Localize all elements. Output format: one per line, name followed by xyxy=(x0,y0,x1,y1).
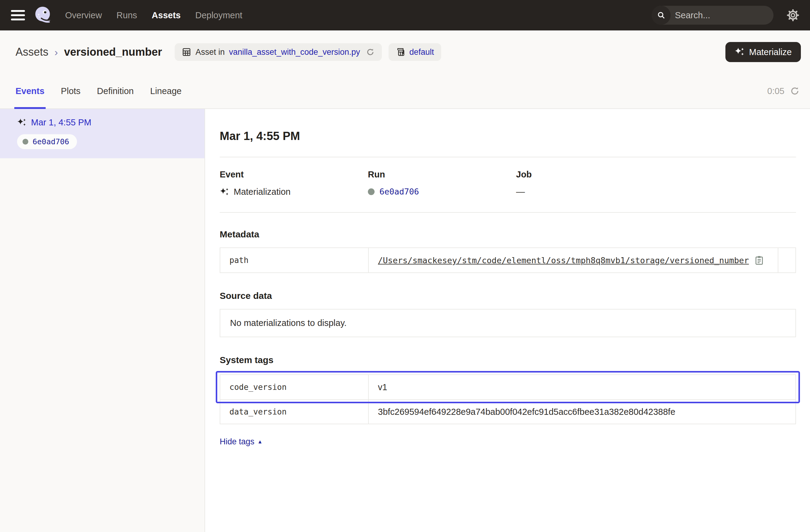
tab-plots[interactable]: Plots xyxy=(61,74,80,108)
table-row: path /Users/smackesey/stm/code/elementl/… xyxy=(220,248,795,272)
search-icon[interactable] xyxy=(652,6,671,25)
copy-clipboard-icon[interactable] xyxy=(754,255,764,265)
page-title: versioned_number xyxy=(64,46,162,59)
event-column: Event Materialization xyxy=(220,170,368,197)
tag-key: code_version xyxy=(220,375,369,399)
reload-definition-icon[interactable] xyxy=(366,48,375,56)
nav-item-overview[interactable]: Overview xyxy=(65,10,102,20)
tab-definition[interactable]: Definition xyxy=(97,74,134,108)
metadata-table: path /Users/smackesey/stm/code/elementl/… xyxy=(220,247,796,273)
breadcrumb-assets-link[interactable]: Assets xyxy=(16,46,48,59)
tag-value: v1 xyxy=(378,382,387,392)
system-tags-table: code_version v1 data_version 3bfc269594e… xyxy=(220,374,796,424)
tab-lineage[interactable]: Lineage xyxy=(150,74,182,108)
asset-tabs: Events Plots Definition Lineage xyxy=(16,74,182,108)
content-area: Mar 1, 4:55 PM 6e0ad706 Mar 1, 4:55 PM E… xyxy=(0,109,810,532)
search-input[interactable] xyxy=(671,10,774,20)
source-data-empty-message: No materializations to display. xyxy=(220,309,796,337)
run-id-link[interactable]: 6e0ad706 xyxy=(379,187,419,196)
nav-item-deployment[interactable]: Deployment xyxy=(195,10,243,20)
table-row-data-version: data_version 3bfc269594ef649228e9a74bab0… xyxy=(220,399,795,424)
run-status-dot xyxy=(368,188,375,195)
metadata-actions-cell xyxy=(778,248,795,272)
refresh-status: 0:05 xyxy=(767,74,800,108)
run-column: Run 6e0ad706 xyxy=(368,170,516,197)
settings-gear-icon[interactable] xyxy=(787,9,799,21)
job-empty-value: — xyxy=(516,187,525,197)
tag-key: data_version xyxy=(220,400,369,424)
search-bar[interactable]: / xyxy=(652,6,774,25)
event-type-value: Materialization xyxy=(234,187,291,197)
caret-up-icon: ▲ xyxy=(257,439,263,444)
top-nav: Overview Runs Assets Deployment xyxy=(65,10,242,20)
divider xyxy=(220,212,796,213)
metadata-key: path xyxy=(220,248,369,272)
materialization-sparkle-icon xyxy=(17,118,26,127)
dagster-logo-icon[interactable] xyxy=(33,5,53,25)
refresh-countdown: 0:05 xyxy=(767,86,784,96)
materialize-button[interactable]: Materialize xyxy=(725,42,801,62)
asset-group-link[interactable]: default xyxy=(409,47,434,57)
app-header: Overview Runs Assets Deployment / xyxy=(0,0,810,30)
nav-item-runs[interactable]: Runs xyxy=(116,10,137,20)
breadcrumb-row: Assets › versioned_number Asset in vanil… xyxy=(0,30,810,74)
table-row-code-version: code_version v1 xyxy=(220,375,795,399)
asset-definition-chip: Asset in vanilla_asset_with_code_version… xyxy=(175,43,382,61)
run-column-label: Run xyxy=(368,170,516,180)
nav-item-assets[interactable]: Assets xyxy=(152,10,181,20)
event-detail-title: Mar 1, 4:55 PM xyxy=(220,130,796,143)
run-id-label: 6e0ad706 xyxy=(33,137,69,146)
metadata-heading: Metadata xyxy=(220,229,796,240)
breadcrumb-separator: › xyxy=(54,47,58,57)
asset-definition-file-link[interactable]: vanilla_asset_with_code_version.py xyxy=(229,47,360,57)
event-column-label: Event xyxy=(220,170,368,180)
event-list-item-selected[interactable]: Mar 1, 4:55 PM 6e0ad706 xyxy=(0,109,205,158)
asset-group-icon xyxy=(396,47,405,57)
asset-definition-prefix: Asset in xyxy=(195,47,225,57)
source-data-heading: Source data xyxy=(220,291,796,301)
tabs-row: Events Plots Definition Lineage 0:05 xyxy=(0,74,810,109)
hide-tags-link[interactable]: Hide tags ▲ xyxy=(220,437,263,447)
tag-value: 3bfc269594ef649228e9a74bab00f042efc91d5a… xyxy=(378,407,675,417)
run-status-dot xyxy=(22,139,28,145)
event-summary-columns: Event Materialization Run 6e0ad706 Job xyxy=(220,170,796,197)
event-list-sidebar: Mar 1, 4:55 PM 6e0ad706 xyxy=(0,109,205,532)
job-column: Job — xyxy=(516,170,664,197)
system-tags-heading: System tags xyxy=(220,355,796,365)
asset-group-chip: default xyxy=(389,43,441,61)
sparkle-icon xyxy=(734,47,744,57)
run-id-chip[interactable]: 6e0ad706 xyxy=(17,134,77,149)
event-detail-panel: Mar 1, 4:55 PM Event Materialization Run… xyxy=(205,109,810,532)
table-icon xyxy=(182,47,191,57)
system-tags-table-wrap: code_version v1 data_version 3bfc269594e… xyxy=(220,374,796,424)
materialization-sparkle-icon xyxy=(220,188,229,197)
hamburger-menu-icon[interactable] xyxy=(11,10,25,20)
metadata-path-link[interactable]: /Users/smackesey/stm/code/elementl/oss/t… xyxy=(378,256,749,265)
tab-events[interactable]: Events xyxy=(16,74,45,108)
asset-chips: Asset in vanilla_asset_with_code_version… xyxy=(175,43,441,61)
event-timestamp-link[interactable]: Mar 1, 4:55 PM xyxy=(31,117,91,128)
divider xyxy=(220,157,796,157)
materialize-button-label: Materialize xyxy=(749,47,792,57)
hide-tags-label: Hide tags xyxy=(220,437,254,447)
job-column-label: Job xyxy=(516,170,664,180)
refresh-icon[interactable] xyxy=(790,86,800,96)
